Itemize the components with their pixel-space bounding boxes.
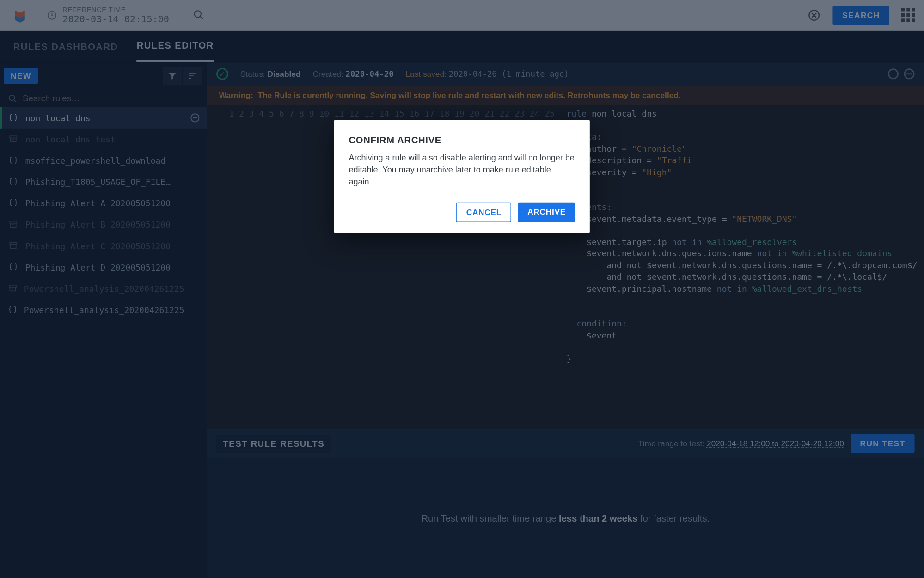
modal-overlay[interactable]: CONFIRM ARCHIVE Archiving a rule will al… [0, 0, 924, 578]
confirm-archive-modal: CONFIRM ARCHIVE Archiving a rule will al… [334, 120, 590, 233]
modal-title: CONFIRM ARCHIVE [349, 135, 575, 145]
archive-button[interactable]: ARCHIVE [518, 203, 575, 222]
cancel-button[interactable]: CANCEL [456, 203, 512, 222]
modal-body: Archiving a rule will also disable alert… [349, 152, 575, 188]
